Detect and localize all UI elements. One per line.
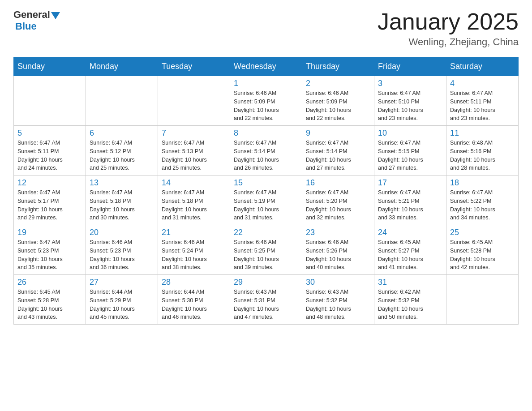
day-number: 25	[450, 228, 515, 237]
logo-triangle-icon	[51, 12, 60, 19]
calendar-cell: 28Sunrise: 6:44 AM Sunset: 5:30 PM Dayli…	[158, 275, 230, 325]
day-number: 21	[162, 228, 226, 237]
calendar-cell: 25Sunrise: 6:45 AM Sunset: 5:28 PM Dayli…	[446, 225, 519, 275]
day-number: 26	[17, 278, 82, 287]
calendar-cell: 22Sunrise: 6:46 AM Sunset: 5:25 PM Dayli…	[230, 225, 302, 275]
day-number: 2	[306, 79, 370, 88]
calendar-week-row: 1Sunrise: 6:46 AM Sunset: 5:09 PM Daylig…	[14, 76, 519, 126]
calendar-cell: 26Sunrise: 6:45 AM Sunset: 5:28 PM Dayli…	[14, 275, 86, 325]
calendar-cell: 16Sunrise: 6:47 AM Sunset: 5:20 PM Dayli…	[302, 176, 374, 225]
day-info: Sunrise: 6:46 AM Sunset: 5:09 PM Dayligh…	[234, 89, 298, 123]
day-info: Sunrise: 6:46 AM Sunset: 5:26 PM Dayligh…	[306, 238, 370, 272]
calendar-cell: 10Sunrise: 6:47 AM Sunset: 5:15 PM Dayli…	[374, 126, 446, 176]
day-number: 31	[378, 278, 442, 287]
calendar-cell	[446, 275, 519, 325]
calendar-cell: 15Sunrise: 6:47 AM Sunset: 5:19 PM Dayli…	[230, 176, 302, 225]
calendar-cell: 19Sunrise: 6:47 AM Sunset: 5:23 PM Dayli…	[14, 225, 86, 275]
day-info: Sunrise: 6:46 AM Sunset: 5:25 PM Dayligh…	[234, 238, 298, 272]
day-info: Sunrise: 6:46 AM Sunset: 5:23 PM Dayligh…	[90, 238, 154, 272]
logo-general-text: General	[13, 9, 50, 21]
calendar-cell: 24Sunrise: 6:45 AM Sunset: 5:27 PM Dayli…	[374, 225, 446, 275]
calendar-cell: 3Sunrise: 6:47 AM Sunset: 5:10 PM Daylig…	[374, 76, 446, 126]
day-number: 24	[378, 228, 442, 237]
day-number: 16	[306, 178, 370, 188]
calendar-cell	[86, 76, 158, 126]
calendar-cell: 11Sunrise: 6:48 AM Sunset: 5:16 PM Dayli…	[446, 126, 519, 176]
day-info: Sunrise: 6:47 AM Sunset: 5:15 PM Dayligh…	[378, 139, 442, 172]
day-info: Sunrise: 6:47 AM Sunset: 5:14 PM Dayligh…	[306, 139, 370, 172]
day-info: Sunrise: 6:47 AM Sunset: 5:23 PM Dayligh…	[17, 238, 82, 272]
day-number: 9	[306, 128, 370, 138]
calendar-cell: 20Sunrise: 6:46 AM Sunset: 5:23 PM Dayli…	[86, 225, 158, 275]
day-info: Sunrise: 6:43 AM Sunset: 5:32 PM Dayligh…	[306, 288, 370, 321]
day-number: 29	[234, 278, 298, 287]
day-info: Sunrise: 6:46 AM Sunset: 5:24 PM Dayligh…	[162, 238, 226, 272]
day-info: Sunrise: 6:47 AM Sunset: 5:20 PM Dayligh…	[306, 188, 370, 222]
day-number: 27	[90, 278, 154, 287]
day-info: Sunrise: 6:47 AM Sunset: 5:22 PM Dayligh…	[450, 188, 515, 222]
day-number: 14	[162, 178, 226, 188]
day-number: 22	[234, 228, 298, 237]
day-info: Sunrise: 6:47 AM Sunset: 5:18 PM Dayligh…	[162, 188, 226, 222]
day-number: 11	[450, 128, 515, 138]
day-info: Sunrise: 6:47 AM Sunset: 5:12 PM Dayligh…	[90, 139, 154, 172]
day-info: Sunrise: 6:42 AM Sunset: 5:32 PM Dayligh…	[378, 288, 442, 321]
day-number: 12	[17, 178, 82, 188]
calendar-week-row: 26Sunrise: 6:45 AM Sunset: 5:28 PM Dayli…	[14, 275, 519, 325]
day-number: 1	[234, 79, 298, 88]
day-number: 7	[162, 128, 226, 138]
day-number: 6	[90, 128, 154, 138]
day-info: Sunrise: 6:45 AM Sunset: 5:28 PM Dayligh…	[450, 238, 515, 272]
day-info: Sunrise: 6:47 AM Sunset: 5:11 PM Dayligh…	[450, 89, 515, 123]
calendar-week-row: 5Sunrise: 6:47 AM Sunset: 5:11 PM Daylig…	[14, 126, 519, 176]
day-number: 13	[90, 178, 154, 188]
month-title: January 2025	[378, 9, 519, 34]
day-info: Sunrise: 6:45 AM Sunset: 5:27 PM Dayligh…	[378, 238, 442, 272]
calendar-cell: 23Sunrise: 6:46 AM Sunset: 5:26 PM Dayli…	[302, 225, 374, 275]
day-number: 30	[306, 278, 370, 287]
calendar-table: SundayMondayTuesdayWednesdayThursdayFrid…	[13, 57, 519, 325]
logo-blue-text: Blue	[15, 21, 37, 32]
calendar-cell: 31Sunrise: 6:42 AM Sunset: 5:32 PM Dayli…	[374, 275, 446, 325]
calendar-header-friday: Friday	[374, 57, 446, 76]
calendar-cell: 18Sunrise: 6:47 AM Sunset: 5:22 PM Dayli…	[446, 176, 519, 225]
page-header: General Blue January 2025 Wenling, Zheji…	[13, 9, 519, 48]
calendar-cell	[14, 76, 86, 126]
day-number: 23	[306, 228, 370, 237]
day-number: 18	[450, 178, 515, 188]
title-area: January 2025 Wenling, Zhejiang, China	[378, 9, 519, 48]
day-info: Sunrise: 6:47 AM Sunset: 5:13 PM Dayligh…	[162, 139, 226, 172]
calendar-cell: 6Sunrise: 6:47 AM Sunset: 5:12 PM Daylig…	[86, 126, 158, 176]
calendar-cell: 9Sunrise: 6:47 AM Sunset: 5:14 PM Daylig…	[302, 126, 374, 176]
calendar-cell: 14Sunrise: 6:47 AM Sunset: 5:18 PM Dayli…	[158, 176, 230, 225]
day-info: Sunrise: 6:47 AM Sunset: 5:21 PM Dayligh…	[378, 188, 442, 222]
calendar-cell: 5Sunrise: 6:47 AM Sunset: 5:11 PM Daylig…	[14, 126, 86, 176]
calendar-header-saturday: Saturday	[446, 57, 519, 76]
day-number: 4	[450, 79, 515, 88]
day-number: 8	[234, 128, 298, 138]
day-info: Sunrise: 6:47 AM Sunset: 5:19 PM Dayligh…	[234, 188, 298, 222]
calendar-cell: 27Sunrise: 6:44 AM Sunset: 5:29 PM Dayli…	[86, 275, 158, 325]
calendar-header-sunday: Sunday	[14, 57, 86, 76]
day-info: Sunrise: 6:44 AM Sunset: 5:29 PM Dayligh…	[90, 288, 154, 321]
calendar-week-row: 19Sunrise: 6:47 AM Sunset: 5:23 PM Dayli…	[14, 225, 519, 275]
calendar-cell: 4Sunrise: 6:47 AM Sunset: 5:11 PM Daylig…	[446, 76, 519, 126]
calendar-header-tuesday: Tuesday	[158, 57, 230, 76]
calendar-header-monday: Monday	[86, 57, 158, 76]
calendar-header-wednesday: Wednesday	[230, 57, 302, 76]
logo-top: General	[13, 9, 60, 21]
calendar-cell: 17Sunrise: 6:47 AM Sunset: 5:21 PM Dayli…	[374, 176, 446, 225]
day-info: Sunrise: 6:48 AM Sunset: 5:16 PM Dayligh…	[450, 139, 515, 172]
calendar-header-thursday: Thursday	[302, 57, 374, 76]
calendar-header-row: SundayMondayTuesdayWednesdayThursdayFrid…	[14, 57, 519, 76]
day-info: Sunrise: 6:46 AM Sunset: 5:09 PM Dayligh…	[306, 89, 370, 123]
logo: General Blue	[13, 9, 60, 32]
day-info: Sunrise: 6:43 AM Sunset: 5:31 PM Dayligh…	[234, 288, 298, 321]
day-info: Sunrise: 6:47 AM Sunset: 5:11 PM Dayligh…	[17, 139, 82, 172]
calendar-cell: 2Sunrise: 6:46 AM Sunset: 5:09 PM Daylig…	[302, 76, 374, 126]
calendar-cell: 12Sunrise: 6:47 AM Sunset: 5:17 PM Dayli…	[14, 176, 86, 225]
calendar-cell	[158, 76, 230, 126]
calendar-cell: 7Sunrise: 6:47 AM Sunset: 5:13 PM Daylig…	[158, 126, 230, 176]
day-info: Sunrise: 6:45 AM Sunset: 5:28 PM Dayligh…	[17, 288, 82, 321]
calendar-cell: 21Sunrise: 6:46 AM Sunset: 5:24 PM Dayli…	[158, 225, 230, 275]
